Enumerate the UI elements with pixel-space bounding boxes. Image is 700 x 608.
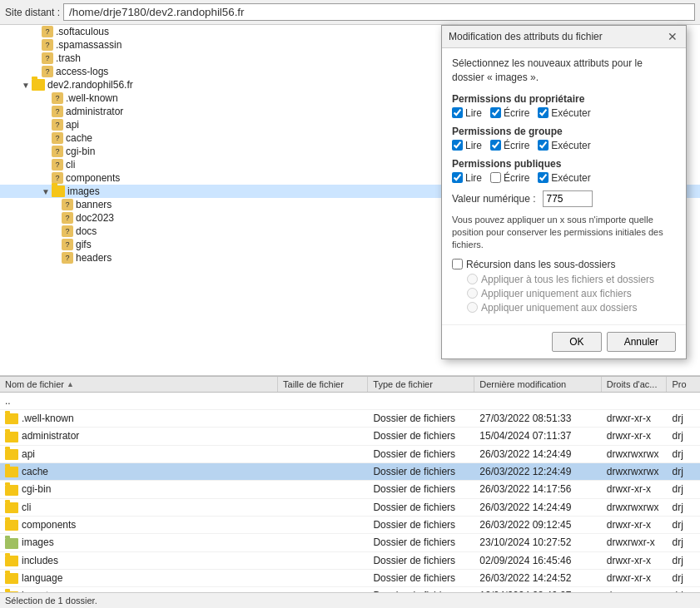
group-read-checkbox[interactable] xyxy=(452,140,463,151)
pub-exec-checkbox[interactable] xyxy=(538,172,549,183)
group-read-label[interactable]: Lire xyxy=(452,140,482,151)
info-text: Vous pouvez appliquer un x sous n'import… xyxy=(452,214,676,252)
pub-read-text: Lire xyxy=(465,172,482,184)
modal-dialog: Modification des attributs du fichier ✕ … xyxy=(441,25,687,359)
recursion-checkbox-row: Récursion dans les sous-dossiers xyxy=(452,259,676,270)
pub-exec-text: Exécuter xyxy=(551,172,590,184)
cancel-button[interactable]: Annuler xyxy=(607,332,676,352)
pub-read-label[interactable]: Lire xyxy=(452,172,482,184)
group-exec-label[interactable]: Exécuter xyxy=(538,140,590,151)
modal-footer: OK Annuler xyxy=(442,324,686,358)
recursion-radio-all[interactable] xyxy=(467,274,478,284)
owner-write-text: Écrire xyxy=(504,107,529,119)
modal-body: Sélectionnez les nouveaux attributs pour… xyxy=(442,48,686,324)
owner-exec-checkbox[interactable] xyxy=(538,107,549,118)
recursion-checkbox[interactable] xyxy=(452,259,463,269)
owner-read-text: Lire xyxy=(465,107,482,119)
owner-read-checkbox[interactable] xyxy=(452,107,463,118)
pub-exec-label[interactable]: Exécuter xyxy=(538,172,590,184)
group-perms-section: Permissions de groupe Lire Écrire Exé xyxy=(452,126,676,151)
ok-button[interactable]: OK xyxy=(552,332,601,352)
modal-title: Modification des attributs du fichier xyxy=(449,31,603,42)
main-window: Site distant : ?.softaculous?.spamassass… xyxy=(0,0,700,608)
owner-perms-checkboxes: Lire Écrire Exécuter xyxy=(452,107,676,119)
group-perms-title: Permissions de groupe xyxy=(452,126,676,137)
numeric-label: Valeur numérique : xyxy=(452,193,536,205)
public-perms-section: Permissions publiques Lire Écrire Exé xyxy=(452,158,676,184)
group-exec-text: Exécuter xyxy=(551,140,590,151)
modal-description: Sélectionnez les nouveaux attributs pour… xyxy=(452,57,676,85)
group-write-label[interactable]: Écrire xyxy=(490,140,529,151)
recursion-radio-dirs-row: Appliquer uniquement aux dossiers xyxy=(467,302,676,314)
modal-titlebar: Modification des attributs du fichier ✕ xyxy=(442,26,686,48)
recursion-all-label: Appliquer à tous les fichiers et dossier… xyxy=(481,274,654,285)
recursion-radio-files[interactable] xyxy=(467,288,478,299)
public-perms-checkboxes: Lire Écrire Exécuter xyxy=(452,172,676,184)
modal-close-button[interactable]: ✕ xyxy=(666,30,679,43)
owner-perms-section: Permissions du propriétaire Lire Écrire xyxy=(452,93,676,119)
owner-write-label[interactable]: Écrire xyxy=(490,107,529,119)
public-perms-title: Permissions publiques xyxy=(452,158,676,170)
recursion-section: Récursion dans les sous-dossiers Appliqu… xyxy=(452,259,676,314)
numeric-input[interactable] xyxy=(543,190,593,207)
owner-exec-text: Exécuter xyxy=(551,107,590,119)
owner-read-label[interactable]: Lire xyxy=(452,107,482,119)
group-write-checkbox[interactable] xyxy=(490,140,501,151)
owner-perms-title: Permissions du propriétaire xyxy=(452,93,676,105)
group-read-text: Lire xyxy=(465,140,482,151)
recursion-radio-dirs[interactable] xyxy=(467,302,478,313)
recursion-label: Récursion dans les sous-dossiers xyxy=(466,259,615,270)
recursion-dirs-label: Appliquer uniquement aux dossiers xyxy=(481,302,637,314)
pub-write-checkbox[interactable] xyxy=(490,172,501,183)
pub-read-checkbox[interactable] xyxy=(452,172,463,183)
recursion-radio-all-row: Appliquer à tous les fichiers et dossier… xyxy=(467,274,676,285)
group-exec-checkbox[interactable] xyxy=(538,140,549,151)
modal-overlay: Modification des attributs du fichier ✕ … xyxy=(0,0,700,608)
group-write-text: Écrire xyxy=(504,140,529,151)
owner-write-checkbox[interactable] xyxy=(490,107,501,118)
pub-write-label[interactable]: Écrire xyxy=(490,172,529,184)
recursion-radio-files-row: Appliquer uniquement aux fichiers xyxy=(467,288,676,299)
numeric-row: Valeur numérique : xyxy=(452,190,676,207)
pub-write-text: Écrire xyxy=(504,172,529,184)
group-perms-checkboxes: Lire Écrire Exécuter xyxy=(452,140,676,151)
owner-exec-label[interactable]: Exécuter xyxy=(538,107,590,119)
recursion-files-label: Appliquer uniquement aux fichiers xyxy=(481,288,632,299)
